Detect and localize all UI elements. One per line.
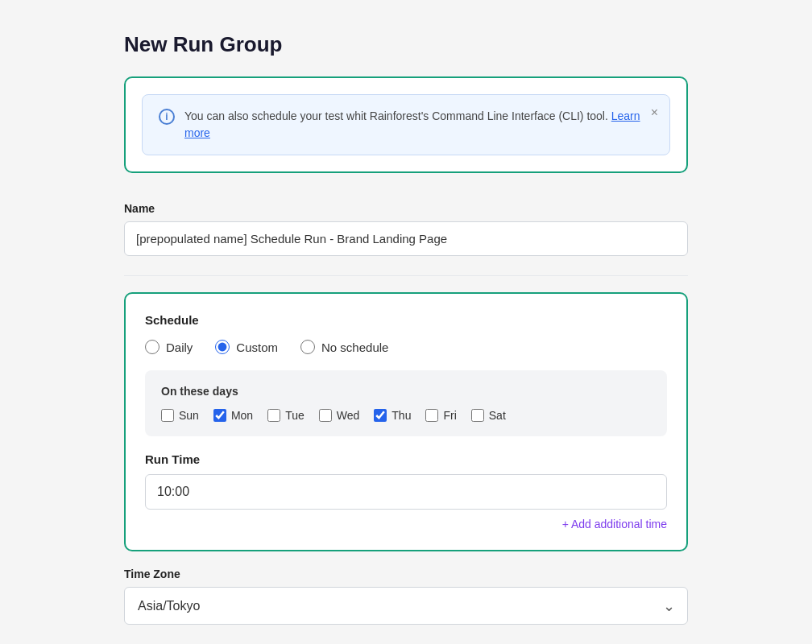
day-sun-label: Sun: [179, 409, 199, 422]
day-fri[interactable]: Fri: [425, 409, 456, 422]
run-time-label: Run Time: [145, 452, 667, 466]
day-tue[interactable]: Tue: [267, 409, 304, 422]
day-mon-label: Mon: [231, 409, 253, 422]
timezone-select[interactable]: Asia/Tokyo UTC America/New_York America/…: [124, 587, 688, 625]
day-sun[interactable]: Sun: [161, 409, 199, 422]
page-title: New Run Group: [124, 32, 688, 57]
day-thu-label: Thu: [392, 409, 411, 422]
days-box: On these days Sun Mon Tue Wed: [145, 370, 667, 436]
info-text: You can also schedule your test whit Rai…: [184, 108, 653, 142]
name-label: Name: [124, 202, 688, 215]
checkbox-sun[interactable]: [161, 409, 174, 422]
checkbox-tue[interactable]: [267, 409, 280, 422]
day-sat-label: Sat: [489, 409, 506, 422]
info-icon: i: [159, 109, 175, 125]
run-time-section: Run Time + Add additional time: [145, 452, 667, 530]
day-tue-label: Tue: [285, 409, 304, 422]
divider: [124, 275, 688, 276]
schedule-radio-group: Daily Custom No schedule: [145, 340, 667, 354]
radio-no-schedule-input[interactable]: [300, 340, 315, 354]
day-wed[interactable]: Wed: [319, 409, 360, 422]
close-banner-button[interactable]: ×: [651, 106, 658, 119]
timezone-section: Time Zone Asia/Tokyo UTC America/New_Yor…: [124, 568, 688, 633]
radio-no-schedule[interactable]: No schedule: [300, 340, 388, 354]
day-wed-label: Wed: [337, 409, 360, 422]
day-mon[interactable]: Mon: [213, 409, 253, 422]
days-label: On these days: [161, 385, 651, 398]
checkbox-sat[interactable]: [471, 409, 484, 422]
run-time-input[interactable]: [145, 474, 667, 510]
name-section: Name: [124, 186, 688, 272]
checkbox-mon[interactable]: [213, 409, 226, 422]
name-input[interactable]: [124, 221, 688, 256]
radio-custom-label: Custom: [236, 341, 278, 354]
schedule-label: Schedule: [145, 313, 667, 327]
add-time-link[interactable]: + Add additional time: [145, 518, 667, 530]
radio-daily-label: Daily: [166, 341, 193, 354]
info-banner: i You can also schedule your test whit R…: [142, 94, 670, 155]
radio-no-schedule-label: No schedule: [321, 341, 388, 354]
day-fri-label: Fri: [443, 409, 456, 422]
day-thu[interactable]: Thu: [374, 409, 411, 422]
radio-custom[interactable]: Custom: [215, 340, 278, 354]
timezone-label: Time Zone: [124, 568, 688, 580]
radio-daily-input[interactable]: [145, 340, 160, 354]
day-sat[interactable]: Sat: [471, 409, 506, 422]
days-row: Sun Mon Tue Wed Thu: [161, 409, 651, 422]
checkbox-fri[interactable]: [425, 409, 438, 422]
radio-daily[interactable]: Daily: [145, 340, 193, 354]
schedule-card: Schedule Daily Custom No schedule On the…: [124, 292, 688, 551]
checkbox-wed[interactable]: [319, 409, 332, 422]
timezone-select-wrapper: Asia/Tokyo UTC America/New_York America/…: [124, 587, 688, 625]
checkbox-thu[interactable]: [374, 409, 387, 422]
radio-custom-input[interactable]: [215, 340, 230, 354]
